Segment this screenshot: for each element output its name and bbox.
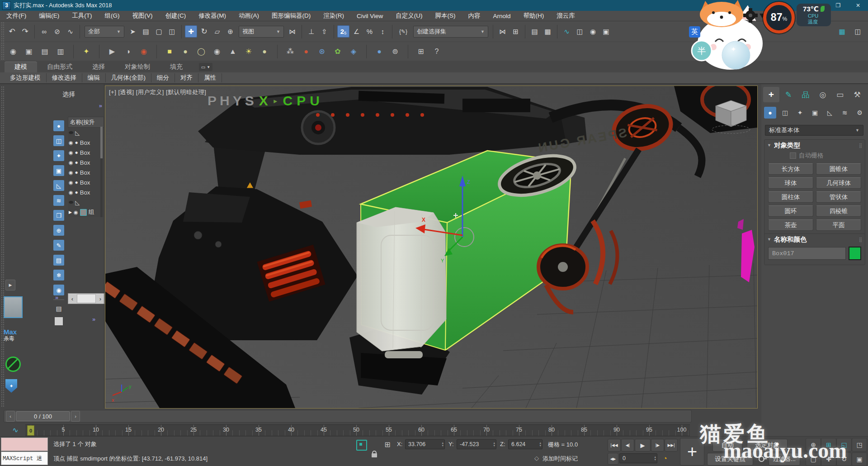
edit-named-selection-sets-icon[interactable]: {✎}	[396, 25, 411, 38]
tab-hierarchy-icon[interactable]: 品	[797, 87, 814, 102]
ribbon-polygon-modeling[interactable]: 多边形建模	[5, 73, 47, 82]
filter-lights-icon[interactable]: ✦	[53, 150, 64, 161]
mirror-icon[interactable]: ⋈	[496, 25, 509, 38]
previous-frame-button[interactable]: ‹	[6, 411, 15, 422]
absolute-offset-mode-icon[interactable]: ⊞	[382, 439, 392, 449]
selection-lock-icon[interactable]	[372, 453, 377, 457]
isolate-selection-toggle-icon[interactable]	[356, 440, 367, 451]
menu-civil-view[interactable]: Civil View	[350, 13, 389, 19]
menu-modifiers[interactable]: 修改器(M)	[192, 12, 232, 20]
viewport-3d-scene[interactable]: SPEAR GUN	[105, 86, 757, 408]
ribbon-tab-object-paint[interactable]: 对象绘制	[115, 62, 160, 72]
angle-snap-icon[interactable]: ∠	[350, 25, 363, 38]
list-item[interactable]: ◉●Box	[68, 138, 104, 147]
menu-scripting[interactable]: 脚本(S)	[429, 12, 462, 20]
maxscript-mini-listener-pink[interactable]	[1, 437, 48, 451]
filter-spacewarps-icon[interactable]: ≋	[53, 195, 64, 206]
toolbar-dock-handle[interactable]	[1, 22, 4, 60]
explorer-doc-icon[interactable]: ▤	[53, 304, 64, 314]
menu-views[interactable]: 视图(V)	[126, 12, 159, 20]
explorer-column-header[interactable]: 名称(按升	[68, 117, 104, 128]
maxscript-mini-listener[interactable]: MAXScript 迷	[1, 452, 48, 465]
undo-icon[interactable]: ↶	[6, 25, 18, 38]
rendered-frame-window-icon[interactable]: ▣	[23, 46, 35, 57]
menu-group[interactable]: 组(G)	[99, 12, 126, 20]
left-panel-expand-button[interactable]: ▶	[5, 280, 15, 290]
menu-liuyunku[interactable]: 溜云库	[550, 12, 581, 20]
filter-containers-icon[interactable]: ▤	[53, 255, 64, 266]
named-selection-set-dropdown[interactable]: 创建选择集▼	[413, 26, 488, 38]
filter-helpers-icon[interactable]: ◺	[53, 180, 64, 191]
select-by-name-icon[interactable]: ▤	[140, 25, 152, 38]
redo-icon[interactable]: ↷	[19, 25, 31, 38]
menu-customize[interactable]: 自定义(U)	[389, 12, 429, 20]
tab-create-icon[interactable]: +	[763, 87, 779, 102]
explorer-vscrollbar[interactable]	[100, 127, 103, 217]
list-item[interactable]: ⬬◺	[68, 197, 104, 207]
bind-to-spacewarp-icon[interactable]: ∿	[64, 25, 76, 38]
security-shield-icon[interactable]: ✦	[5, 379, 17, 393]
list-item[interactable]: ◉●Box	[68, 187, 104, 197]
menu-rendering[interactable]: 渲染(R)	[317, 12, 350, 20]
create-light-icon[interactable]: ✦	[80, 46, 92, 57]
next-frame-button[interactable]: ›	[71, 411, 80, 422]
create-plane-button[interactable]: 平面	[816, 219, 861, 231]
tab-modify-icon[interactable]: ✎	[780, 87, 797, 102]
primitive-dome-icon[interactable]: ●	[179, 46, 191, 57]
render-presets-teapot-icon[interactable]: ◉	[7, 46, 19, 57]
grid-helper-icon[interactable]: ⊞	[415, 46, 427, 57]
ribbon-modify-selection[interactable]: 修改选择	[47, 73, 82, 82]
render-production-icon[interactable]: ◫	[852, 25, 864, 38]
help-icon[interactable]: ?	[431, 46, 443, 57]
material-editor-icon[interactable]: ◉	[587, 25, 599, 38]
app-logo-icon[interactable]: 3	[2, 1, 11, 10]
menu-file[interactable]: 文件(F)	[0, 12, 33, 20]
trackbar-curve-toggle-icon[interactable]: ∿	[10, 425, 21, 434]
time-configuration-icon[interactable]: ◔	[659, 453, 671, 465]
create-teapot-button[interactable]: 茶壶	[768, 219, 813, 231]
add-time-tag[interactable]: 添加时间标记	[542, 455, 578, 463]
object-name-field[interactable]: Box017	[768, 247, 846, 260]
time-slider-track[interactable]: ‹ 0 / 100 ›	[4, 410, 692, 423]
antivirus-scan-icon[interactable]	[5, 357, 21, 372]
max-antivirus-button[interactable]: Max杀毒	[4, 328, 17, 342]
camera-sequencer-icon[interactable]: ◑	[122, 46, 134, 57]
create-camera-icon[interactable]: ▶	[106, 46, 118, 57]
create-cone-button[interactable]: 圆锥体	[816, 163, 861, 175]
ribbon-properties[interactable]: 属性	[198, 73, 222, 82]
menu-tools[interactable]: 工具(T)	[66, 12, 98, 20]
ribbon-minimize-icon[interactable]: ▭▼	[199, 63, 212, 71]
filter-frozen-icon[interactable]: ❄	[53, 270, 64, 281]
select-and-place-icon[interactable]: ⊕	[224, 25, 236, 38]
curve-editor-icon[interactable]: ∿	[561, 25, 573, 38]
menu-content[interactable]: 内容	[462, 12, 487, 20]
cat-lights-icon[interactable]: ✦	[794, 107, 806, 119]
schematic-view-icon[interactable]: ◫	[574, 25, 586, 38]
ribbon-subdivision[interactable]: 细分	[151, 73, 175, 82]
blue-sphere-icon[interactable]: ●	[373, 46, 385, 57]
filter-cameras-icon[interactable]: ▣	[53, 165, 64, 176]
create-box-button[interactable]: 长方体	[768, 163, 813, 175]
explorer-blank-swatch[interactable]	[55, 317, 63, 325]
window-crossing-icon[interactable]: ◫	[166, 25, 178, 38]
red-sphere-icon[interactable]: ●	[300, 46, 312, 57]
cpu-usage-gauge[interactable]: 87%	[763, 2, 795, 33]
filter-geometry-icon[interactable]: ●	[53, 120, 64, 131]
cat-geometry-icon[interactable]: ●	[764, 107, 776, 119]
zoom-extents-all-icon[interactable]: ◳	[852, 438, 867, 452]
object-color-swatch[interactable]	[849, 247, 861, 260]
reference-coordinate-dropdown[interactable]: 视图▼	[239, 26, 284, 38]
rectangular-selection-region-icon[interactable]: ▢	[153, 25, 165, 38]
use-pivot-center-icon[interactable]: ⋈	[286, 25, 298, 38]
filter-groups-icon[interactable]: ❒	[53, 210, 64, 221]
primitive-cone-icon[interactable]: ▲	[227, 46, 239, 57]
go-to-start-button[interactable]: |◀◀	[608, 439, 621, 452]
explorer-hscrollbar[interactable]: ‹›	[68, 293, 105, 304]
z-coordinate-field[interactable]: 6.624▴▾	[508, 439, 542, 449]
create-geosphere-button[interactable]: 几何球体	[816, 177, 861, 189]
ribbon-toggle-icon[interactable]: ▦	[542, 25, 554, 38]
maximize-viewport-icon[interactable]: ▣	[852, 452, 867, 466]
menu-graph-editors[interactable]: 图形编辑器(D)	[265, 12, 317, 20]
primitive-egg-icon[interactable]: ◯	[195, 46, 207, 57]
tab-motion-icon[interactable]: ◎	[815, 87, 831, 102]
